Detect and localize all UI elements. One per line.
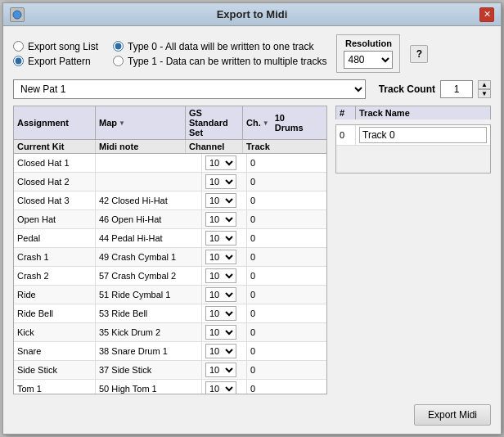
track-count-group: Track Count ▲ ▼ — [379, 80, 491, 98]
channel-select[interactable]: 10 — [205, 250, 236, 264]
channel-cell: 10 — [202, 154, 247, 172]
export-pattern-label[interactable]: Export Pattern — [13, 56, 103, 67]
midi-note-cell — [96, 154, 202, 172]
track-col: Track — [243, 140, 288, 153]
type0-radio[interactable] — [113, 41, 124, 52]
channel-cell: 10 — [202, 380, 247, 394]
channel-col: Channel — [186, 140, 243, 153]
channel-select[interactable]: 10 — [205, 344, 236, 358]
midi-note-cell: 35 Kick Drum 2 — [96, 323, 202, 341]
col-headers: Assignment Map ▼ GS Standard Set Ch. ▼ 1… — [13, 106, 327, 139]
bottom-row: Export Midi — [13, 401, 491, 426]
assignment-cell: Closed Hat 2 — [14, 173, 96, 191]
track-row-num: 0 — [336, 125, 356, 145]
track-num-cell: 0 — [247, 286, 276, 304]
assignment-cell: Ride Bell — [14, 304, 96, 322]
track-type-group: Type 0 - All data will be written to one… — [113, 41, 326, 67]
midi-note-cell: 42 Closed Hi-Hat — [96, 191, 202, 209]
type1-label[interactable]: Type 1 - Data can be written to multiple… — [113, 56, 326, 67]
channel-select[interactable]: 10 — [205, 381, 236, 394]
export-pattern-radio[interactable] — [13, 56, 24, 66]
svg-point-0 — [13, 11, 21, 19]
channel-cell: 10 — [202, 267, 247, 285]
track-name-col: Track Name — [356, 106, 490, 119]
channel-select[interactable]: 10 — [205, 155, 236, 170]
assignment-cell: Closed Hat 1 — [14, 154, 96, 172]
assignment-col-header: Assignment — [14, 106, 96, 139]
track-num-cell: 0 — [247, 361, 276, 379]
channel-cell: 10 — [202, 191, 247, 209]
window-title: Export to Midi — [25, 8, 479, 20]
table-row: Open Hat 46 Open Hi-Hat 10 0 — [14, 210, 326, 229]
channel-cell: 10 — [202, 210, 247, 228]
assignment-cell: Ride — [14, 286, 96, 304]
track-name-input[interactable] — [359, 127, 487, 143]
export-midi-button[interactable]: Export Midi — [414, 404, 491, 426]
table-row: Snare 38 Snare Drum 1 10 0 — [14, 342, 326, 361]
ch-col-header: Ch. ▼ 10 Drums — [243, 106, 317, 139]
track-table-header: # Track Name — [335, 106, 491, 119]
close-button[interactable]: ✕ — [479, 7, 494, 22]
pattern-row: New Pat 1 Track Count ▲ ▼ — [13, 79, 491, 99]
track-num-cell: 0 — [247, 210, 276, 228]
assignment-cell: Kick — [14, 323, 96, 341]
content-area: Export song List Export Pattern Type 0 -… — [3, 26, 501, 434]
gs-col-header: GS Standard Set — [186, 106, 243, 139]
channel-select[interactable]: 10 — [205, 325, 236, 340]
pattern-select[interactable]: New Pat 1 — [13, 79, 366, 99]
track-num-cell: 0 — [247, 229, 276, 247]
track-num-cell: 0 — [247, 267, 276, 285]
table-row: Crash 1 49 Crash Cymbal 1 10 0 — [14, 248, 326, 267]
channel-select[interactable]: 10 — [205, 212, 236, 227]
spin-down-button[interactable]: ▼ — [478, 89, 491, 98]
midi-note-cell: 37 Side Stick — [96, 361, 202, 379]
channel-select[interactable]: 10 — [205, 306, 236, 321]
channel-select[interactable]: 10 — [205, 231, 236, 246]
window-icon — [10, 7, 25, 22]
midi-note-cell: 50 High Tom 1 — [96, 380, 202, 394]
midi-note-cell: 57 Crash Cymbal 2 — [96, 267, 202, 285]
midi-note-cell: 53 Ride Bell — [96, 304, 202, 322]
channel-cell: 10 — [202, 323, 247, 341]
map-col-header: Map ▼ — [96, 106, 186, 139]
hash-col: # — [336, 106, 356, 119]
channel-select[interactable]: 10 — [205, 287, 236, 302]
table-row: Kick 35 Kick Drum 2 10 0 — [14, 323, 326, 342]
export-song-list-label[interactable]: Export song List — [13, 41, 103, 52]
assignment-cell: Tom 1 — [14, 380, 96, 394]
channel-select[interactable]: 10 — [205, 268, 236, 283]
track-table-body: 0 — [335, 124, 491, 173]
midi-note-cell: 49 Crash Cymbal 1 — [96, 248, 202, 266]
assignment-cell: Snare — [14, 342, 96, 360]
track-num-cell: 0 — [247, 323, 276, 341]
resolution-group: Resolution 480 960 240 — [336, 34, 400, 73]
channel-select[interactable]: 10 — [205, 363, 236, 377]
right-section: # Track Name 0 — [335, 106, 491, 394]
midi-note-cell: 51 Ride Cymbal 1 — [96, 286, 202, 304]
assignment-cell: Pedal — [14, 229, 96, 247]
title-bar: Export to Midi ✕ — [3, 3, 501, 26]
table-row: Crash 2 57 Crash Cymbal 2 10 0 — [14, 267, 326, 286]
assignment-cell: Side Stick — [14, 361, 96, 379]
ch-sort-arrow: ▼ — [263, 119, 269, 127]
export-song-list-radio[interactable] — [13, 41, 24, 52]
resolution-select[interactable]: 480 960 240 — [344, 51, 393, 69]
channel-cell: 10 — [202, 229, 247, 247]
channel-select[interactable]: 10 — [205, 174, 236, 189]
help-button[interactable]: ? — [410, 45, 428, 63]
assignment-cell: Crash 1 — [14, 248, 96, 266]
spin-up-button[interactable]: ▲ — [478, 80, 491, 89]
track-num-cell: 0 — [247, 304, 276, 322]
track-num-cell: 0 — [247, 342, 276, 360]
track-count-label: Track Count — [379, 83, 435, 95]
track-count-input[interactable] — [440, 80, 473, 98]
main-window: Export to Midi ✕ Export song List Export… — [2, 2, 502, 435]
channel-select[interactable]: 10 — [205, 193, 236, 208]
current-kit-col: Current Kit — [14, 140, 96, 153]
assignment-cell: Crash 2 — [14, 267, 96, 285]
assignment-table-section: Assignment Map ▼ GS Standard Set Ch. ▼ 1… — [13, 106, 327, 394]
channel-cell: 10 — [202, 361, 247, 379]
track-num-cell: 0 — [247, 154, 276, 172]
type0-label[interactable]: Type 0 - All data will be written to one… — [113, 41, 326, 52]
type1-radio[interactable] — [113, 56, 124, 66]
